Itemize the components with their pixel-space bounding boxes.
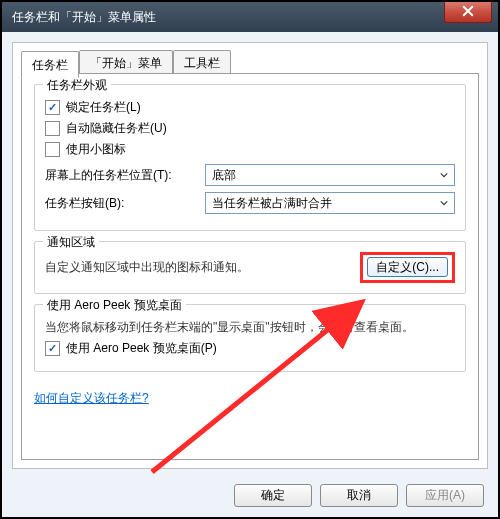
combo-buttons[interactable]: 当任务栏被占满时合并 [205,192,455,214]
cancel-button-label: 取消 [347,488,371,502]
apply-button[interactable]: 应用(A) [406,484,484,507]
aero-desc: 当您将鼠标移动到任务栏末端的"显示桌面"按钮时，会暂时查看桌面。 [45,319,455,336]
properties-window: 任务栏和「开始」菜单属性 任务栏 「开始」菜单 工具栏 任务栏外观 锁定任务栏(… [0,0,500,519]
notification-desc: 自定义通知区域中出现的图标和通知。 [45,259,249,276]
dialog-buttons: 确定 取消 应用(A) [234,484,484,507]
group-aero-title: 使用 Aero Peek 预览桌面 [43,297,186,314]
checkbox-aero-peek[interactable] [45,341,60,356]
help-link[interactable]: 如何自定义该任务栏? [34,390,149,407]
tab-taskbar-label: 任务栏 [32,58,68,72]
chevron-down-icon [436,167,452,183]
label-lock-taskbar[interactable]: 锁定任务栏(L) [66,99,141,116]
label-buttons: 任务栏按钮(B): [45,195,205,212]
chevron-down-icon [436,195,452,211]
tab-taskbar[interactable]: 任务栏 [21,51,79,78]
row-aero-peek: 使用 Aero Peek 预览桌面(P) [45,340,455,357]
label-autohide[interactable]: 自动隐藏任务栏(U) [66,120,167,137]
titlebar[interactable]: 任务栏和「开始」菜单属性 [2,2,498,32]
checkbox-lock-taskbar[interactable] [45,100,60,115]
group-notification: 通知区域 自定义通知区域中出现的图标和通知。 自定义(C)... [34,241,466,294]
cancel-button[interactable]: 取消 [320,484,398,507]
client-area: 任务栏 「开始」菜单 工具栏 任务栏外观 锁定任务栏(L) 自动隐藏任务栏(U)… [12,42,488,469]
row-buttons: 任务栏按钮(B): 当任务栏被占满时合并 [45,192,455,214]
group-appearance: 任务栏外观 锁定任务栏(L) 自动隐藏任务栏(U) 使用小图标 屏幕上的任务栏位… [34,84,466,231]
combo-location-value: 底部 [212,167,236,184]
ok-button-label: 确定 [261,488,285,502]
row-smallicons: 使用小图标 [45,141,455,158]
highlight-annotation: 自定义(C)... [360,252,455,283]
apply-button-label: 应用(A) [425,488,465,502]
window-title: 任务栏和「开始」菜单属性 [12,9,156,26]
tab-startmenu-label: 「开始」菜单 [90,56,162,70]
group-appearance-title: 任务栏外观 [43,77,111,94]
checkbox-smallicons[interactable] [45,142,60,157]
window-buttons [444,2,498,32]
label-smallicons[interactable]: 使用小图标 [66,141,126,158]
group-aero-peek: 使用 Aero Peek 预览桌面 当您将鼠标移动到任务栏末端的"显示桌面"按钮… [34,304,466,372]
label-location: 屏幕上的任务栏位置(T): [45,167,205,184]
close-button[interactable] [444,2,492,23]
help-link-label: 如何自定义该任务栏? [34,391,149,405]
row-lock-taskbar: 锁定任务栏(L) [45,99,455,116]
combo-location[interactable]: 底部 [205,164,455,186]
customize-button-label: 自定义(C)... [376,260,439,274]
label-aero-peek[interactable]: 使用 Aero Peek 预览桌面(P) [66,340,217,357]
tab-strip: 任务栏 「开始」菜单 工具栏 [21,49,231,76]
row-location: 屏幕上的任务栏位置(T): 底部 [45,164,455,186]
combo-buttons-value: 当任务栏被占满时合并 [212,195,332,212]
tab-toolbars-label: 工具栏 [184,56,220,70]
row-autohide: 自动隐藏任务栏(U) [45,120,455,137]
group-notification-title: 通知区域 [43,234,99,251]
close-icon [462,5,474,20]
checkbox-autohide[interactable] [45,121,60,136]
tabpanel-taskbar: 任务栏外观 锁定任务栏(L) 自动隐藏任务栏(U) 使用小图标 屏幕上的任务栏位… [21,73,479,460]
ok-button[interactable]: 确定 [234,484,312,507]
customize-button[interactable]: 自定义(C)... [367,257,448,277]
